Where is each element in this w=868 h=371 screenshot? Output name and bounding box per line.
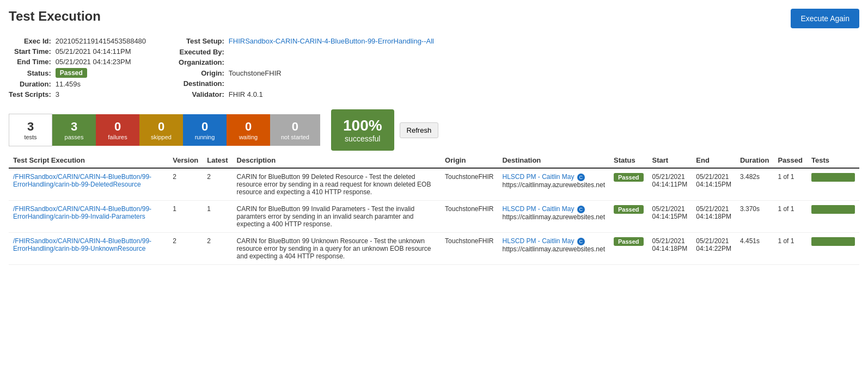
start-time-label: Start Time: — [9, 47, 51, 55]
cell-passed-2: 1 of 1 — [773, 233, 807, 265]
cell-destination-2: HLSCD PM - Caitlin May C https://caitlin… — [498, 233, 609, 265]
test-setup-value: FHIRSandbox-CARIN-CARIN-4-BlueButton-99-… — [229, 37, 434, 45]
success-percent: 100% — [343, 117, 382, 134]
validator-label: Validator: — [179, 90, 224, 98]
duration-label: Duration: — [9, 80, 51, 88]
col-test-script: Test Script Execution — [9, 153, 168, 168]
table-body: /FHIRSandbox/CARIN/CARIN-4-BlueButton/99… — [9, 168, 859, 265]
not-started-stat: 0 not started — [270, 114, 320, 146]
passes-stat: 3 passes — [52, 114, 96, 146]
cell-description-2: CARIN for BlueButton 99 Unknown Resource… — [233, 233, 441, 265]
test-scripts-label: Test Scripts: — [9, 90, 51, 98]
col-duration: Duration — [736, 153, 773, 168]
origin-value: TouchstoneFHIR — [229, 69, 434, 77]
col-latest: Latest — [203, 153, 232, 168]
cell-version-2: 2 — [168, 233, 203, 265]
test-script-link-1[interactable]: /FHIRSandbox/CARIN/CARIN-4-BlueButton/99… — [13, 205, 164, 220]
skipped-number: 0 — [158, 120, 164, 134]
cell-origin-1: TouchstoneFHIR — [441, 201, 498, 233]
cell-latest-1: 1 — [203, 201, 232, 233]
progress-bar-1 — [811, 205, 855, 214]
cell-tests-2 — [807, 233, 859, 265]
progress-bar-2 — [811, 237, 855, 246]
col-destination: Destination — [498, 153, 609, 168]
table-row: /FHIRSandbox/CARIN/CARIN-4-BlueButton/99… — [9, 201, 859, 233]
cell-tests-0 — [807, 168, 859, 201]
cell-end-2: 05/21/202104:14:22PM — [692, 233, 736, 265]
cell-passed-0: 1 of 1 — [773, 168, 807, 201]
execute-again-button[interactable]: Execute Again — [791, 9, 859, 28]
dest-url-2: https://caitlinmay.azurewebsites.net — [502, 245, 605, 253]
skipped-stat: 0 skipped — [139, 114, 183, 146]
cell-origin-2: TouchstoneFHIR — [441, 233, 498, 265]
exec-id-value: 20210521191415453588480 — [56, 37, 146, 45]
status-badge: Passed — [56, 68, 87, 78]
not-started-number: 0 — [292, 120, 298, 134]
meta-left: Exec Id: 20210521191415453588480 Start T… — [9, 37, 146, 98]
status-label: Status: — [9, 69, 51, 77]
col-passed: Passed — [773, 153, 807, 168]
cell-status-1: Passed — [609, 201, 648, 233]
cell-end-1: 05/21/202104:14:18PM — [692, 201, 736, 233]
failures-number: 0 — [114, 120, 121, 134]
origin-label: Origin: — [179, 69, 224, 77]
cell-duration-0: 3.482s — [736, 168, 773, 201]
progress-bar-0 — [811, 173, 855, 182]
cell-latest-2: 2 — [203, 233, 232, 265]
cell-passed-1: 1 of 1 — [773, 201, 807, 233]
page-title: Test Execution — [9, 9, 101, 24]
destination-label: Destination: — [179, 79, 224, 88]
test-script-link-0[interactable]: /FHIRSandbox/CARIN/CARIN-4-BlueButton/99… — [13, 173, 164, 188]
cell-status-0: Passed — [609, 168, 648, 201]
test-scripts-value: 3 — [56, 90, 146, 98]
col-origin: Origin — [441, 153, 498, 168]
not-started-label: not started — [281, 134, 309, 140]
cell-start-0: 05/21/202104:14:11PM — [648, 168, 692, 201]
status-value: Passed — [56, 68, 146, 78]
dest-url-1: https://caitlinmay.azurewebsites.net — [502, 213, 605, 221]
col-start: Start — [648, 153, 692, 168]
dest-link-0[interactable]: HLSCD PM - Caitlin May — [502, 173, 574, 181]
page-header: Test Execution Execute Again — [9, 9, 859, 28]
col-end: End — [692, 153, 736, 168]
meta-section: Exec Id: 20210521191415453588480 Start T… — [9, 37, 859, 98]
failures-label: failures — [108, 134, 127, 140]
test-setup-link[interactable]: FHIRSandbox-CARIN-CARIN-4-BlueButton-99-… — [229, 37, 434, 45]
refresh-button[interactable]: Refresh — [400, 122, 439, 138]
cell-end-0: 05/21/202104:14:15PM — [692, 168, 736, 201]
dest-c-icon-0: C — [577, 174, 585, 181]
end-time-value: 05/21/2021 04:14:23PM — [56, 58, 146, 66]
skipped-label: skipped — [151, 134, 172, 140]
meta-right: Test Setup: FHIRSandbox-CARIN-CARIN-4-Bl… — [179, 37, 434, 98]
cell-status-2: Passed — [609, 233, 648, 265]
dest-link-1[interactable]: HLSCD PM - Caitlin May — [502, 205, 574, 213]
cell-latest-0: 2 — [203, 168, 232, 201]
status-badge-2: Passed — [614, 237, 644, 246]
dest-link-2[interactable]: HLSCD PM - Caitlin May — [502, 237, 574, 245]
status-badge-0: Passed — [614, 173, 644, 182]
passes-number: 3 — [71, 120, 77, 134]
cell-destination-1: HLSCD PM - Caitlin May C https://caitlin… — [498, 201, 609, 233]
cell-description-1: CARIN for BlueButton 99 Invalid Paramete… — [233, 201, 441, 233]
table-header: Test Script Execution Version Latest Des… — [9, 153, 859, 168]
test-setup-label: Test Setup: — [179, 37, 224, 45]
dest-c-icon-1: C — [577, 206, 585, 213]
cell-version-1: 1 — [168, 201, 203, 233]
col-tests: Tests — [807, 153, 859, 168]
cell-origin-0: TouchstoneFHIR — [441, 168, 498, 201]
stats-row: 3 tests 3 passes 0 failures 0 skipped 0 … — [9, 109, 859, 151]
executed-by-label: Executed By: — [179, 48, 224, 56]
cell-description-0: CARIN for BlueButton 99 Deleted Resource… — [233, 168, 441, 201]
cell-test-script-2: /FHIRSandbox/CARIN/CARIN-4-BlueButton/99… — [9, 233, 168, 265]
cell-duration-1: 3.370s — [736, 201, 773, 233]
status-badge-1: Passed — [614, 205, 644, 214]
test-script-link-2[interactable]: /FHIRSandbox/CARIN/CARIN-4-BlueButton/99… — [13, 237, 164, 252]
test-script-table: Test Script Execution Version Latest Des… — [9, 153, 859, 265]
failures-stat: 0 failures — [96, 114, 139, 146]
total-number: 3 — [27, 120, 34, 134]
col-description: Description — [233, 153, 441, 168]
running-number: 0 — [201, 120, 208, 134]
dest-c-icon-2: C — [577, 238, 585, 245]
organization-label: Organization: — [179, 58, 224, 66]
total-label: tests — [24, 134, 36, 140]
